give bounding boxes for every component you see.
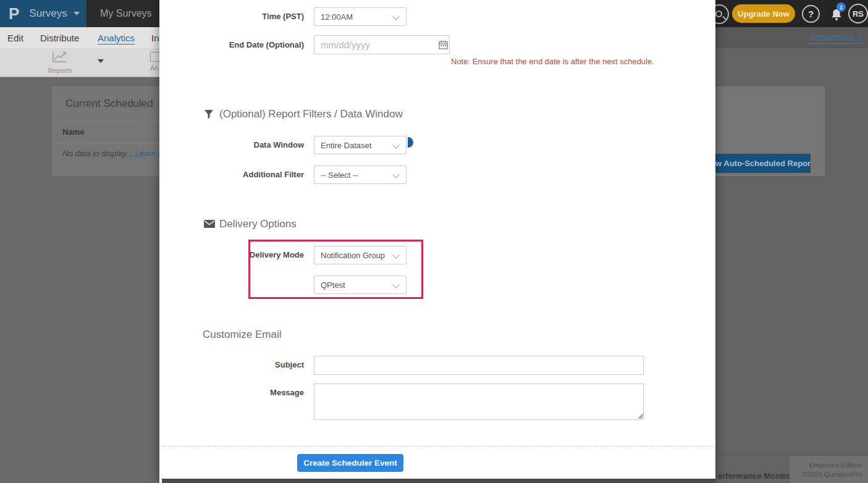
tab-my-surveys-label: My Surveys: [100, 8, 152, 19]
additional-filter-value: -- Select --: [321, 170, 358, 180]
data-window-label: Data Window: [159, 140, 304, 149]
edition-block: Employee Edition ©2020 QuestionPro: [790, 456, 868, 483]
info-icon-partial[interactable]: [408, 137, 413, 148]
nav-item-analytics[interactable]: Analytics: [98, 33, 135, 44]
dim-overlay-right: Responses: 0 w Auto-Scheduled Report erf…: [715, 27, 868, 483]
delivery-mode-select[interactable]: Notification Group: [314, 246, 407, 264]
time-select[interactable]: 12:00AM: [314, 7, 407, 26]
time-select-value: 12:00AM: [321, 12, 353, 22]
help-icon[interactable]: ?: [802, 5, 820, 23]
learn-more-link[interactable]: Learn mo: [135, 149, 159, 158]
additional-filter-select[interactable]: -- Select --: [314, 166, 407, 184]
chevron-down-icon: [392, 171, 399, 178]
modal-footer-divider: [162, 446, 713, 447]
nav-item-distribute[interactable]: Distribute: [40, 33, 79, 43]
data-window-select[interactable]: Entire Dataset: [314, 136, 407, 154]
message-textarea[interactable]: [314, 384, 644, 420]
edition-label: Employee Edition: [809, 461, 862, 469]
nav-item-integrations-clipped[interactable]: In: [151, 33, 159, 43]
customize-email-title: Customize Email: [203, 329, 282, 341]
time-label: Time (PST): [159, 12, 304, 21]
panel-title: Current Scheduled: [65, 98, 153, 110]
end-date-note: Note: Ensure that the end date is after …: [451, 57, 654, 66]
product-menu-label: Surveys: [29, 7, 67, 20]
auto-report-button-label: w Auto-Scheduled Report: [715, 159, 811, 168]
search-lens: [715, 10, 722, 17]
responses-counter[interactable]: Responses: 0: [810, 32, 863, 44]
delivery-mode-value: Notification Group: [321, 251, 385, 260]
nav-item-edit[interactable]: Edit: [7, 33, 23, 43]
chevron-down-icon: [392, 13, 399, 20]
scheduled-reports-panel: Current Scheduled Name No data to displa…: [53, 86, 159, 176]
subject-input[interactable]: [314, 356, 644, 375]
app-window: P Surveys My Surveys Upgrade Now ? 1 RS …: [0, 0, 868, 483]
message-label: Message: [159, 388, 304, 397]
tab-my-surveys[interactable]: My Surveys: [86, 0, 159, 27]
upgrade-now-button[interactable]: Upgrade Now: [732, 4, 795, 23]
end-date-input[interactable]: [314, 35, 450, 54]
additional-filter-label: Additional Filter: [159, 170, 304, 179]
product-switcher[interactable]: P Surveys: [0, 0, 86, 27]
dimmed-nav-strip: Responses: 0: [715, 27, 868, 48]
clipped-toolbar-icon: [150, 52, 160, 62]
copyright-label: ©2020 QuestionPro: [802, 471, 862, 478]
new-auto-scheduled-report-button[interactable]: w Auto-Scheduled Report: [715, 154, 811, 173]
footer-divider: [715, 454, 868, 455]
chevron-down-icon: [392, 281, 399, 288]
data-window-value: Entire Dataset: [321, 141, 371, 150]
chevron-down-icon: [392, 141, 399, 148]
filter-funnel-icon: [204, 109, 214, 119]
empty-state-text: No data to display... Learn mo: [62, 149, 159, 158]
chevron-down-icon: [74, 12, 80, 15]
no-data-text: No data to display...: [62, 149, 133, 158]
create-scheduler-event-button[interactable]: Create Scheduler Event: [297, 454, 403, 472]
questionpro-logo-icon: P: [9, 4, 19, 23]
scheduled-reports-panel-right: w Auto-Scheduled Report: [715, 86, 825, 176]
reports-dropdown-caret[interactable]: [98, 59, 104, 63]
delivery-mode-label: Delivery Mode: [159, 250, 304, 259]
notification-badge: 1: [836, 2, 846, 12]
delivery-section-title: Delivery Options: [219, 218, 297, 230]
toolbar-reports-button[interactable]: Reports: [38, 51, 82, 74]
horizontal-scrollbar[interactable]: [162, 479, 715, 483]
line-chart-icon: [52, 51, 68, 63]
notifications-button[interactable]: 1: [826, 4, 847, 25]
filters-section-title: (Optional) Report Filters / Data Window: [219, 108, 403, 120]
chevron-down-icon: [392, 251, 399, 258]
divider: [53, 143, 159, 143]
search-handle: [722, 16, 726, 20]
avatar[interactable]: RS: [848, 4, 868, 23]
performance-monitor-link[interactable]: erformance Monitor: [718, 471, 793, 481]
toolbar-reports-label: Reports: [38, 67, 82, 74]
notification-group-select[interactable]: QPtest: [314, 275, 407, 294]
notification-group-value: QPtest: [321, 280, 345, 290]
table-header-name: Name: [62, 127, 84, 136]
envelope-icon: [204, 220, 215, 228]
resize-handle-icon[interactable]: [638, 413, 643, 419]
scheduler-modal: Time (PST) 12:00AM End Date (Optional) N…: [159, 0, 715, 483]
divider: [53, 121, 159, 122]
calendar-icon[interactable]: [439, 40, 448, 49]
subject-label: Subject: [159, 360, 304, 369]
end-date-label: End Date (Optional): [159, 40, 304, 49]
